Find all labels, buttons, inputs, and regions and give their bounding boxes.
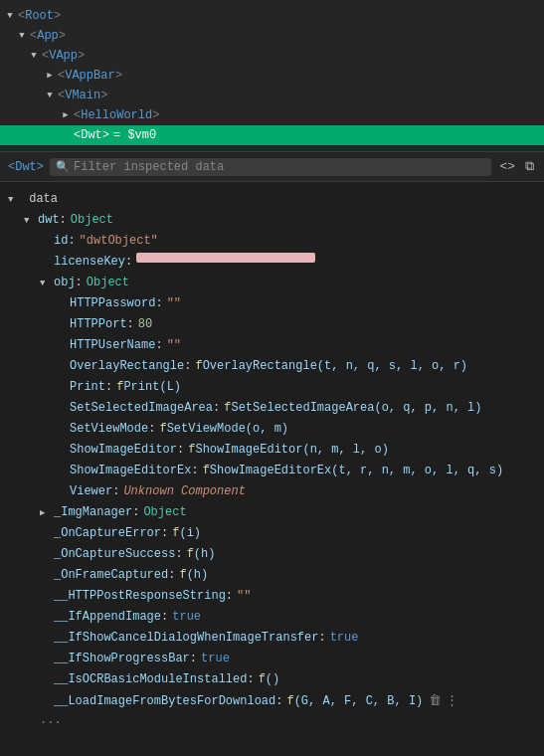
data-section-header: ▼ data xyxy=(0,190,544,208)
data-row-ifshowprogressbar: ▶ __IfShowProgressBar: true xyxy=(0,649,544,669)
data-row-ifappendimage: ▶ __IfAppendImage: true xyxy=(0,607,544,628)
more-icon[interactable]: ⋮ xyxy=(446,692,458,710)
delete-icon[interactable]: 🗑 xyxy=(429,692,442,710)
data-row-obj: ▼ obj: Object xyxy=(0,273,544,293)
chevron-vapp xyxy=(28,50,40,62)
tree-item-dwt[interactable]: <Dwt> = $vm0 xyxy=(0,125,544,145)
license-key-redacted xyxy=(136,253,315,263)
chevron-helloworld xyxy=(60,109,72,121)
tree-item-vappbar[interactable]: <VAppBar> xyxy=(0,66,544,86)
chevron-vmain xyxy=(44,90,56,101)
data-row-httpusername: ▶ HTTPUserName: "" xyxy=(0,335,544,356)
breadcrumb: <Dwt> xyxy=(8,160,44,174)
ellipsis: ... xyxy=(0,711,544,729)
chevron-vappbar xyxy=(44,70,56,82)
data-row-oncapturesuccess: ▶ _OnCaptureSuccess: f (h) xyxy=(0,544,544,565)
chevron-app xyxy=(16,30,28,42)
data-row-showimageeditor: ▶ ShowImageEditor: f ShowImageEditor(n, … xyxy=(0,440,544,461)
inspector-toolbar: <Dwt> 🔍 <> ⧉ xyxy=(0,152,544,182)
imgmanager-expand[interactable]: ▶ xyxy=(40,503,54,522)
filter-input[interactable] xyxy=(74,160,485,174)
obj-expand[interactable]: ▼ xyxy=(40,274,54,292)
data-row-onframecaptured: ▶ _OnFrameCaptured: f (h) xyxy=(0,565,544,586)
data-row-imgmanager: ▶ _ImgManager: Object xyxy=(0,502,544,523)
data-row-overlayrect: ▶ OverlayRectangle: f OverlayRectangle(t… xyxy=(0,356,544,377)
code-view-icon[interactable]: <> xyxy=(497,157,517,176)
data-row-id: ▶ id: "dwtObject" xyxy=(0,231,544,252)
data-row-loadimagefrombytesfld: ▶ __LoadImageFromBytesForDownload: f (G,… xyxy=(0,690,544,711)
tree-item-helloworld[interactable]: <HelloWorld> xyxy=(0,105,544,125)
dwt-expand[interactable]: ▼ xyxy=(24,211,38,230)
data-panel: ▼ data ▼ dwt: Object ▶ id: "dwtObject" ▶… xyxy=(0,182,544,737)
chevron-root xyxy=(4,10,16,22)
tree-item-vmain[interactable]: <VMain> xyxy=(0,86,544,105)
filter-wrapper: 🔍 xyxy=(50,158,491,176)
data-row-licensekey: ▶ licenseKey: xyxy=(0,252,544,273)
tree-item-root[interactable]: <Root> xyxy=(0,6,544,26)
external-link-icon[interactable]: ⧉ xyxy=(523,157,536,176)
data-row-dwt: ▼ dwt: Object xyxy=(0,210,544,231)
component-tree: <Root> <App> <VApp> <VAppBar> <VMain> <H… xyxy=(0,0,544,152)
data-row-httpport: ▶ HTTPPort: 80 xyxy=(0,314,544,335)
data-row-showimageeditorex: ▶ ShowImageEditorEx: f ShowImageEditorEx… xyxy=(0,461,544,481)
data-row-viewer: ▶ Viewer: Unknown Component xyxy=(0,481,544,502)
data-row-httppassword: ▶ HTTPPassword: "" xyxy=(0,293,544,314)
search-icon: 🔍 xyxy=(56,160,70,173)
data-row-print: ▶ Print: f Print(L) xyxy=(0,377,544,398)
data-row-httppostresponse: ▶ __HTTPPostResponseString: "" xyxy=(0,586,544,607)
data-row-ifshowcanceldialog: ▶ __IfShowCancelDialogWhenImageTransfer:… xyxy=(0,628,544,649)
tree-item-app[interactable]: <App> xyxy=(0,26,544,46)
data-row-oncaptureerror: ▶ _OnCaptureError: f (i) xyxy=(0,523,544,544)
tree-item-vapp[interactable]: <VApp> xyxy=(0,46,544,66)
data-section-expand[interactable]: ▼ xyxy=(8,194,22,205)
data-row-setselectedimagearea: ▶ SetSelectedImageArea: f SetSelectedIma… xyxy=(0,398,544,419)
data-row-setviewmode: ▶ SetViewMode: f SetViewMode(o, m) xyxy=(0,419,544,440)
data-row-isocrbasicmodule: ▶ __IsOCRBasicModuleInstalled: f () xyxy=(0,669,544,690)
